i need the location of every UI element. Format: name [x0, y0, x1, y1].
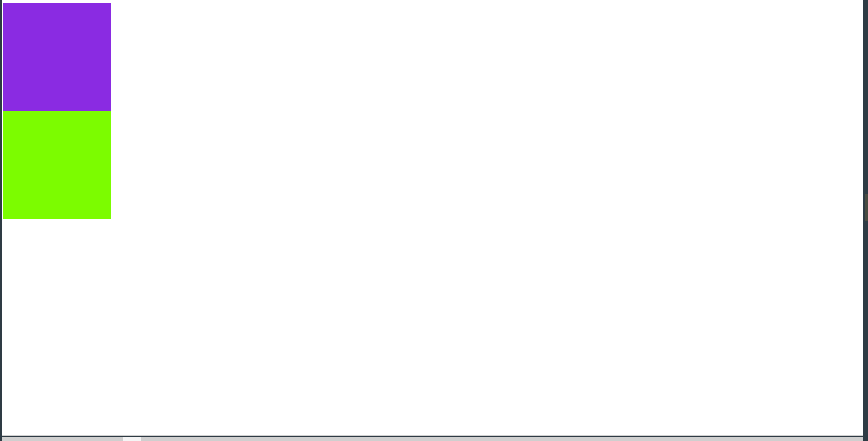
- scrollbar-thumb-left[interactable]: [2, 437, 123, 441]
- page-viewport: [2, 0, 863, 436]
- purple-block: [3, 3, 111, 111]
- horizontal-scrollbar[interactable]: [2, 437, 863, 441]
- scrollbar-thumb-right[interactable]: [141, 437, 863, 441]
- green-block: [3, 111, 111, 219]
- scrollbar-gap: [123, 437, 141, 441]
- desktop-right-edge: [863, 0, 868, 441]
- desktop-edge-highlight: [865, 194, 868, 221]
- content-stack: [3, 3, 111, 219]
